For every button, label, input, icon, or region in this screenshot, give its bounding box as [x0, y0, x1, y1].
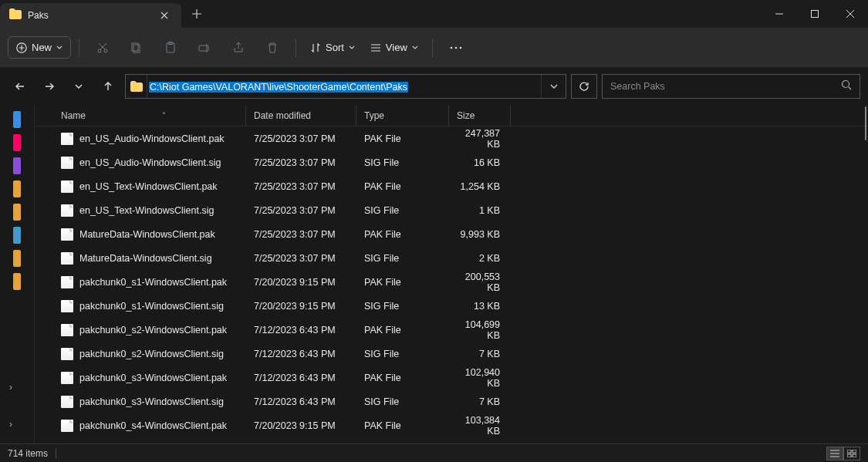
refresh-button[interactable]	[571, 74, 597, 99]
sidebar-item[interactable]	[13, 201, 21, 224]
column-size[interactable]: Size	[449, 105, 511, 126]
active-tab[interactable]: Paks	[0, 3, 181, 28]
sidebar-icon	[13, 111, 21, 128]
svg-rect-13	[847, 450, 851, 453]
file-row[interactable]: en_US_Text-WindowsClient.sig7/25/2023 3:…	[35, 198, 868, 222]
file-icon	[61, 228, 73, 241]
sidebar: › ›	[0, 105, 35, 443]
sort-button[interactable]: Sort	[304, 37, 361, 58]
back-button[interactable]	[8, 74, 32, 99]
window-controls	[762, 0, 868, 28]
delete-button[interactable]	[257, 34, 288, 62]
recent-button[interactable]	[66, 74, 91, 99]
file-row[interactable]: MatureData-WindowsClient.pak7/25/2023 3:…	[35, 222, 868, 246]
sidebar-expand-1[interactable]: ›	[5, 371, 17, 403]
close-window-button[interactable]	[833, 0, 868, 28]
file-name: en_US_Audio-WindowsClient.sig	[79, 157, 221, 168]
search-box[interactable]	[602, 74, 860, 99]
share-button[interactable]	[223, 34, 254, 62]
file-row[interactable]: pakchunk0_s1-WindowsClient.pak7/20/2023 …	[35, 270, 868, 294]
svg-rect-15	[847, 454, 851, 457]
new-button[interactable]: New	[8, 36, 71, 59]
file-row[interactable]: pakchunk0_s1-WindowsClient.sig7/20/2023 …	[35, 294, 868, 318]
view-button[interactable]: View	[364, 37, 424, 58]
file-row[interactable]: pakchunk0_s3-WindowsClient.pak7/12/2023 …	[35, 366, 868, 389]
sidebar-item[interactable]	[13, 108, 21, 131]
file-type: PAK File	[356, 133, 449, 144]
file-row[interactable]: pakchunk0_s2-WindowsClient.pak7/12/2023 …	[35, 318, 868, 342]
address-path[interactable]: C:\Riot Games\VALORANT\live\ShooterGame\…	[147, 79, 541, 93]
maximize-button[interactable]	[797, 0, 833, 28]
file-row[interactable]: pakchunk0_s4-WindowsClient.pak7/20/2023 …	[35, 413, 868, 437]
file-size: 9,993 KB	[449, 229, 511, 240]
sidebar-icon	[13, 180, 21, 197]
file-date: 7/12/2023 6:43 PM	[246, 349, 356, 359]
svg-rect-0	[812, 11, 819, 18]
sidebar-icon	[13, 157, 21, 174]
details-view-button[interactable]	[826, 447, 843, 460]
sidebar-item[interactable]	[13, 270, 21, 293]
separator	[56, 448, 56, 459]
file-date: 7/12/2023 6:43 PM	[246, 396, 356, 407]
cut-button[interactable]	[87, 34, 118, 62]
search-input[interactable]	[610, 81, 833, 92]
sidebar-item[interactable]	[13, 247, 21, 270]
sidebar-item[interactable]	[13, 224, 21, 247]
file-type: PAK File	[356, 420, 449, 431]
titlebar: Paks	[0, 0, 868, 28]
file-date: 7/20/2023 9:15 PM	[246, 277, 356, 288]
sidebar-expand-2[interactable]: ›	[5, 408, 17, 440]
file-name: pakchunk0_s1-WindowsClient.pak	[79, 277, 227, 288]
sidebar-item[interactable]	[13, 177, 21, 201]
file-name: pakchunk0_s2-WindowsClient.sig	[79, 349, 224, 359]
file-row[interactable]: en_US_Audio-WindowsClient.sig7/25/2023 3…	[35, 150, 868, 174]
file-name: MatureData-WindowsClient.sig	[79, 253, 212, 264]
file-date: 7/12/2023 6:43 PM	[246, 325, 356, 336]
file-type: PAK File	[356, 229, 449, 240]
file-size: 7 KB	[449, 396, 511, 407]
file-icon	[61, 180, 73, 193]
copy-button[interactable]	[121, 34, 152, 62]
file-row[interactable]: en_US_Text-WindowsClient.pak7/25/2023 3:…	[35, 174, 868, 198]
file-icon	[61, 324, 73, 336]
file-name: pakchunk0_s4-WindowsClient.pak	[79, 420, 227, 431]
column-type[interactable]: Type	[356, 105, 449, 126]
file-row[interactable]: MatureData-WindowsClient.sig7/25/2023 3:…	[35, 246, 868, 270]
paste-button[interactable]	[155, 34, 186, 62]
scrollbar-indicator[interactable]	[865, 106, 866, 140]
file-size: 247,387 KB	[449, 128, 511, 150]
file-type: SIG File	[356, 349, 449, 359]
file-row[interactable]: en_US_Audio-WindowsClient.pak7/25/2023 3…	[35, 126, 868, 150]
file-type: SIG File	[356, 396, 449, 407]
up-button[interactable]	[96, 74, 120, 99]
navbar: C:\Riot Games\VALORANT\live\ShooterGame\…	[0, 68, 868, 105]
minimize-button[interactable]	[762, 0, 797, 28]
svg-rect-14	[853, 450, 856, 453]
file-row[interactable]: pakchunk0_s2-WindowsClient.sig7/12/2023 …	[35, 342, 868, 366]
more-button[interactable]	[441, 34, 471, 62]
close-tab-button[interactable]	[157, 8, 172, 22]
file-name: en_US_Audio-WindowsClient.pak	[79, 133, 225, 144]
svg-point-3	[104, 49, 107, 52]
file-row[interactable]: pakchunk0_s3-WindowsClient.sig7/12/2023 …	[35, 389, 868, 413]
sidebar-item[interactable]	[13, 131, 21, 154]
new-tab-button[interactable]	[181, 0, 212, 28]
file-date: 7/25/2023 3:07 PM	[246, 157, 356, 168]
file-type: SIG File	[356, 301, 449, 312]
column-date[interactable]: Date modified	[246, 105, 356, 126]
address-bar[interactable]: C:\Riot Games\VALORANT\live\ShooterGame\…	[125, 74, 566, 99]
forward-button[interactable]	[37, 74, 62, 99]
sort-label: Sort	[326, 42, 344, 53]
svg-point-2	[98, 49, 101, 52]
file-type: PAK File	[356, 373, 449, 383]
column-name[interactable]: Name ˄	[53, 105, 246, 126]
thumbnails-view-button[interactable]	[843, 447, 860, 460]
chevron-down-icon	[349, 45, 355, 51]
rename-button[interactable]	[189, 34, 220, 62]
sidebar-item[interactable]	[13, 154, 21, 177]
svg-point-11	[460, 46, 462, 49]
file-icon	[61, 133, 73, 145]
file-date: 7/25/2023 3:07 PM	[246, 133, 356, 144]
address-history-button[interactable]	[541, 75, 566, 98]
separator	[432, 39, 433, 57]
